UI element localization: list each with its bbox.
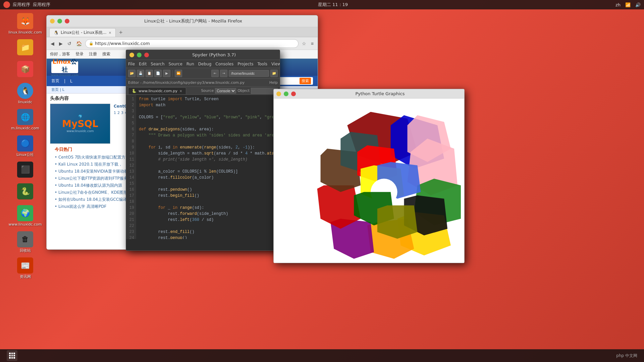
tool-browse[interactable]: 📁 bbox=[270, 70, 278, 77]
tab-close[interactable]: × bbox=[179, 89, 182, 93]
spyder-maximize-button[interactable] bbox=[137, 53, 142, 57]
desktop-icon-m-linuxidc[interactable]: 🌐 m.linuxidc.com bbox=[3, 108, 47, 132]
news-icon: 📰 bbox=[17, 257, 33, 274]
desktop-icon-terminal[interactable]: ⬛ bbox=[3, 160, 47, 180]
help-label: Help bbox=[269, 80, 278, 85]
nav-sep: | bbox=[64, 79, 65, 83]
tab-close-icon[interactable]: × bbox=[109, 31, 111, 35]
tool-forward[interactable]: → bbox=[220, 70, 227, 77]
tool-back[interactable]: ← bbox=[211, 70, 219, 77]
spyder-menubar: File Edit Search Source Run Debug Consol… bbox=[126, 60, 280, 68]
line-numbers: 12345 678910 1112131415 1617181920 21222… bbox=[126, 95, 136, 239]
linuxidc-label: linuxidc bbox=[18, 100, 33, 104]
reload-button[interactable]: ↺ bbox=[66, 40, 73, 47]
firefox-navbar: ◀ ▶ ↺ 🏠 🔒 https://www.linuxidc.com ☆ ≡ bbox=[47, 37, 318, 50]
taskbar-app-name: 应用程序 bbox=[33, 2, 50, 8]
tool-copy[interactable]: 📋 bbox=[146, 70, 153, 77]
spyder-menu-search[interactable]: Search bbox=[151, 62, 164, 66]
page-2[interactable]: 2 bbox=[117, 111, 120, 115]
turtle-maximize-button[interactable] bbox=[284, 92, 288, 96]
software-icon: 📦 bbox=[17, 61, 33, 77]
path-input[interactable] bbox=[229, 70, 269, 77]
taskbar-time: 星期二 11：19 bbox=[318, 2, 348, 8]
firefox-label: linux.linuxidc.com bbox=[8, 30, 42, 35]
spyder-menu-debug[interactable]: Debug bbox=[198, 62, 211, 66]
tab-favicon: 🐧 bbox=[54, 31, 59, 35]
page-3[interactable]: 3 bbox=[121, 111, 123, 115]
nav-home[interactable]: 首页 bbox=[51, 78, 59, 84]
spyder-menu-projects[interactable]: Projects bbox=[237, 62, 253, 66]
spyder-menu-file[interactable]: File bbox=[128, 62, 135, 66]
turtle-close-button[interactable] bbox=[291, 92, 296, 96]
search-button[interactable]: 搜索 bbox=[300, 78, 311, 84]
spyder-minimize-button[interactable] bbox=[129, 53, 134, 57]
spyder-menu-source[interactable]: Source bbox=[169, 62, 182, 66]
network-icon: 📶 bbox=[625, 2, 631, 7]
trash-icon: 🗑 bbox=[17, 231, 33, 247]
editor-path: Editor - /home/linuxidc/config/spyder-py… bbox=[128, 80, 245, 85]
terminal-icon: ⬛ bbox=[17, 162, 33, 178]
top-taskbar: 应用程序 应用程序 星期二 11：19 zh 📶 🔊 bbox=[0, 0, 644, 9]
code-text[interactable]: from turtle import Turtle, Screen import… bbox=[136, 95, 280, 239]
back-button[interactable]: ◀ bbox=[49, 40, 56, 47]
search-link[interactable]: 搜索 bbox=[102, 51, 110, 57]
home-button[interactable]: 🏠 bbox=[75, 40, 83, 47]
login-link[interactable]: 登录 bbox=[75, 51, 84, 57]
spyder-close-button[interactable] bbox=[144, 53, 149, 57]
spyder-menu-run[interactable]: Run bbox=[186, 62, 194, 66]
register-link[interactable]: 注册 bbox=[89, 51, 97, 57]
code-editor[interactable]: 12345 678910 1112131415 1617181920 21222… bbox=[126, 95, 280, 239]
desktop-icon-linuxidc[interactable]: 🐧 linuxidc bbox=[3, 81, 47, 106]
desktop-icon-firefox[interactable]: 🦊 linux.linuxidc.com bbox=[3, 12, 47, 36]
apps-grid-button[interactable] bbox=[7, 350, 17, 361]
maximize-button[interactable] bbox=[57, 19, 62, 23]
tool-step[interactable]: ⏩ bbox=[175, 70, 182, 77]
lang-indicator[interactable]: zh bbox=[615, 2, 621, 7]
grid-icon bbox=[9, 353, 15, 359]
taskbar-left: 应用程序 应用程序 bbox=[3, 1, 50, 8]
taskbar-right: zh 📶 🔊 bbox=[615, 2, 641, 7]
tool-paste[interactable]: 📄 bbox=[154, 70, 162, 77]
desktop-icon-trash[interactable]: 🗑 回收站 bbox=[3, 230, 47, 254]
desktop-icon-spyder[interactable]: 🐍 bbox=[3, 182, 47, 202]
files-icon: 📁 bbox=[17, 39, 33, 55]
bookmarks-button[interactable]: ☆ bbox=[301, 40, 308, 47]
page-1[interactable]: 1 bbox=[114, 111, 116, 115]
apps-label[interactable]: 应用程序 bbox=[13, 2, 30, 8]
svg-point-0 bbox=[4, 2, 9, 7]
minimize-button[interactable] bbox=[50, 19, 55, 23]
close-button[interactable] bbox=[65, 19, 69, 23]
tool-run[interactable]: ▶ bbox=[163, 70, 170, 77]
m-linuxidc-label: m.linuxidc.com bbox=[11, 126, 39, 130]
spyder-menu-tools[interactable]: Tools bbox=[257, 62, 267, 66]
site-greeting: 你好，游客 bbox=[50, 51, 70, 57]
desktop-icon-news[interactable]: 📰 资讯网 bbox=[3, 256, 47, 280]
desktop-icon-www[interactable]: 🌍 www.linuxidc.com bbox=[3, 204, 47, 228]
url-text: https://www.linuxidc.com bbox=[95, 41, 150, 46]
nav-item2[interactable]: L bbox=[70, 79, 72, 83]
spyder-code-tab[interactable]: 🐍 www.linuxidc.com.py × bbox=[128, 87, 186, 94]
turtle-minimize-button[interactable] bbox=[276, 92, 281, 96]
firefox-title: Linux公社 - Linux系统门户网站 - Mozilla Firefox bbox=[72, 18, 314, 24]
news-label: 资讯网 bbox=[20, 275, 31, 279]
spyder-icon: 🐍 bbox=[17, 183, 33, 199]
firefox-tab-linuxidc[interactable]: 🐧 Linux公社 - Linux系统… × bbox=[49, 28, 116, 37]
tool-open[interactable]: 📂 bbox=[128, 70, 136, 77]
desktop-icon-linuxgongshe[interactable]: 🔵 Linux公社 bbox=[3, 134, 47, 158]
spyder-tab-bar: 🐍 www.linuxidc.com.py × Source Console O… bbox=[126, 87, 280, 95]
linuxgongshe-icon: 🔵 bbox=[17, 135, 33, 152]
console-select[interactable]: Console bbox=[215, 88, 236, 94]
firefox-titlebar: Linux公社 - Linux系统门户网站 - Mozilla Firefox bbox=[47, 15, 318, 27]
tool-save[interactable]: 💾 bbox=[137, 70, 144, 77]
spyder-menu-edit[interactable]: Edit bbox=[139, 62, 147, 66]
object-label: Object bbox=[237, 88, 250, 93]
spyder-menu-view[interactable]: View bbox=[271, 62, 280, 66]
desktop-icon-files[interactable]: 📁 bbox=[3, 38, 47, 58]
forward-button[interactable]: ▶ bbox=[58, 40, 64, 47]
menu-button[interactable]: ≡ bbox=[310, 40, 315, 47]
desktop-icon-software[interactable]: 📦 bbox=[3, 60, 47, 79]
url-bar[interactable]: 🔒 https://www.linuxidc.com bbox=[85, 39, 299, 48]
spyder-menu-consoles[interactable]: Consoles bbox=[215, 62, 233, 66]
linuxgongshe-label: Linux公社 bbox=[16, 153, 34, 157]
new-tab-button[interactable]: + bbox=[117, 29, 125, 36]
